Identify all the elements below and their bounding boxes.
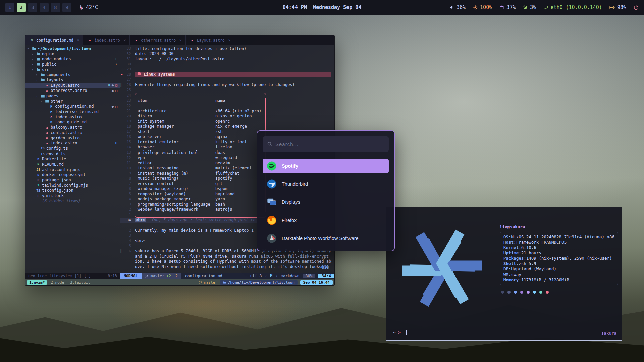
tree-item[interactable]: aLayout.astroH●□: [25, 83, 120, 88]
tree-item[interactable]: DDockerfile: [25, 156, 120, 162]
expander-icon: ▸: [32, 63, 36, 66]
line-number: 21: [123, 109, 135, 113]
table-cell: nixos or gentoo: [213, 114, 266, 119]
tree-item[interactable]: aindex.astroH: [25, 140, 120, 146]
tree-item[interactable]: Ddocker-compose.yml: [25, 172, 120, 178]
launcher-item-label: Thunderbird: [282, 181, 308, 187]
close-icon[interactable]: ×: [179, 38, 182, 42]
markdown-icon: M: [49, 105, 54, 108]
workspace-button-3[interactable]: 3: [28, 3, 37, 12]
launcher-item-firefox[interactable]: Firefox: [263, 213, 389, 228]
cpu-value: 3%: [530, 4, 536, 10]
tree-item[interactable]: TStsconfig.json: [25, 188, 120, 193]
tab-otherPost.astro[interactable]: aotherPost.astro×: [130, 35, 185, 45]
workspace-button-2[interactable]: 2: [17, 3, 26, 12]
line-content: [135, 87, 334, 93]
search-input[interactable]: [275, 141, 384, 147]
line-number: 29: [123, 67, 135, 71]
volume-icon: [449, 5, 454, 10]
astro-icon: a: [44, 89, 50, 93]
tree-item[interactable]: acontact.astro: [25, 130, 120, 135]
expander-icon: ▸: [32, 57, 36, 61]
tree-root[interactable]: ▾ ~/Development/liv.town: [25, 46, 120, 51]
tmux-path-segment: /home/liv/Development/liv.town: [220, 280, 298, 285]
tree-item-label: README.md: [42, 162, 64, 167]
tree-item-label: node_modules: [42, 57, 71, 61]
tree-item[interactable]: aotherPost.astro●□: [25, 88, 120, 94]
line-number: 5: [123, 192, 135, 196]
tree-item[interactable]: Mfediverse-terms.md: [25, 109, 120, 114]
close-icon[interactable]: ×: [124, 38, 126, 42]
shell-prompt[interactable]: ~ >: [393, 330, 407, 335]
astro-icon: a: [44, 141, 50, 145]
fetch-info-value: Hyprland (Wayland): [511, 266, 556, 272]
expander-icon: [36, 147, 40, 150]
fastfetch-terminal[interactable]: liv@sakura OS: NixOS 24.11.20240828.71e9…: [386, 207, 622, 341]
tree-item[interactable]: TSenv.d.ts: [25, 151, 120, 157]
fetch-info-label: Packages: [503, 256, 524, 261]
tab-Layout.astro[interactable]: aLayout.astro×: [186, 35, 235, 45]
tree-item[interactable]: Mconfiguration.md●□: [25, 104, 120, 109]
power-button[interactable]: [634, 5, 639, 10]
tree-item[interactable]: JSastro.config.mjs: [25, 167, 120, 172]
tree-item[interactable]: ▸components: [25, 72, 120, 77]
color-palette: [500, 291, 618, 294]
tree-item[interactable]: ▾other: [25, 99, 120, 104]
tree-item[interactable]: Mtone-guide.md: [25, 120, 120, 125]
tree-item-label: Layout.astro: [51, 83, 80, 88]
tab-label: configuration.md: [36, 38, 73, 43]
firefox-icon: [267, 215, 277, 225]
tree-item[interactable]: Lyarn.lock: [25, 193, 120, 198]
workspace-button-9[interactable]: 9: [62, 3, 71, 12]
tree-item[interactable]: aindex.astro: [25, 114, 120, 120]
line-number: 2: [123, 207, 135, 212]
table-cell: vpn: [135, 155, 213, 161]
sign-column: ▎: [120, 249, 123, 253]
tree-item[interactable]: ▸nginx: [25, 51, 120, 57]
tree-item[interactable]: ▸node_modulesE: [25, 56, 120, 62]
launcher-item-displays[interactable]: Displays: [263, 195, 389, 209]
fetch-info-line: Host: Framework FRANMDCP05: [503, 240, 614, 245]
close-icon[interactable]: ×: [228, 38, 231, 42]
line-content: package managernix or emerge: [135, 124, 334, 129]
workspace-button-4[interactable]: 4: [40, 3, 49, 12]
tree-item-label: public: [42, 62, 56, 67]
neo-tree[interactable]: ▾ ~/Development/liv.town ▸nginx▸node_mod…: [25, 45, 120, 273]
workspace-button-8[interactable]: 8: [51, 3, 60, 12]
astro-icon: a: [133, 38, 139, 42]
line-content: [135, 77, 334, 82]
tmux-window-3:lazygit[interactable]: 3:lazygit: [68, 280, 93, 285]
launcher-item-darktable-photo-workflow-software[interactable]: Darktable Photo Workflow Software: [263, 231, 389, 246]
tab-configuration.md[interactable]: Mconfiguration.md×: [25, 35, 83, 45]
tree-item[interactable]: ▾src: [25, 67, 120, 72]
launcher-item-label: Displays: [282, 199, 300, 205]
separator: ‹: [265, 274, 267, 278]
table-cell: init system: [135, 119, 213, 124]
tree-item[interactable]: TSconfig.ts: [25, 146, 120, 151]
editor-line: 23itemname: [120, 98, 334, 103]
tree-item[interactable]: ▾pages: [25, 93, 120, 99]
close-icon[interactable]: ×: [77, 38, 79, 42]
git-status-badge: ?: [114, 62, 120, 66]
tree-item[interactable]: RREADME.md: [25, 162, 120, 167]
tree-item[interactable]: Ppackage.json: [25, 177, 120, 183]
tmux-window-2:node[interactable]: 2:node: [48, 280, 66, 285]
tab-index.astro[interactable]: aindex.astro×: [83, 35, 130, 45]
tree-item[interactable]: abalcony.astro: [25, 125, 120, 130]
launcher-item-thunderbird[interactable]: Thunderbird: [263, 177, 389, 191]
folder-icon: [31, 46, 37, 51]
table-cell: web server: [135, 134, 213, 140]
tmux-window-1:nvim*[interactable]: 1:nvim*: [27, 280, 47, 285]
expander-icon: ▸: [32, 52, 36, 56]
tree-item[interactable]: (6 hidden items): [25, 198, 120, 204]
astro-icon: a: [44, 126, 50, 129]
tree-item[interactable]: agarden.astro: [25, 135, 120, 141]
tree-item[interactable]: ▾layouts: [25, 77, 120, 83]
launcher-item-spotify[interactable]: Spotify: [263, 159, 389, 173]
tree-item[interactable]: ▸public?: [25, 62, 120, 67]
linux-icon: [137, 72, 141, 77]
desktop: 123489 42°C 04:44 PM Wednesday Sep 04 36…: [0, 0, 644, 362]
workspace-button-1[interactable]: 1: [5, 3, 14, 12]
tree-item[interactable]: Ttailwind.config.mjs: [25, 183, 120, 188]
git-blame: You, 5 days ago • feat: write rough post…: [151, 218, 256, 222]
